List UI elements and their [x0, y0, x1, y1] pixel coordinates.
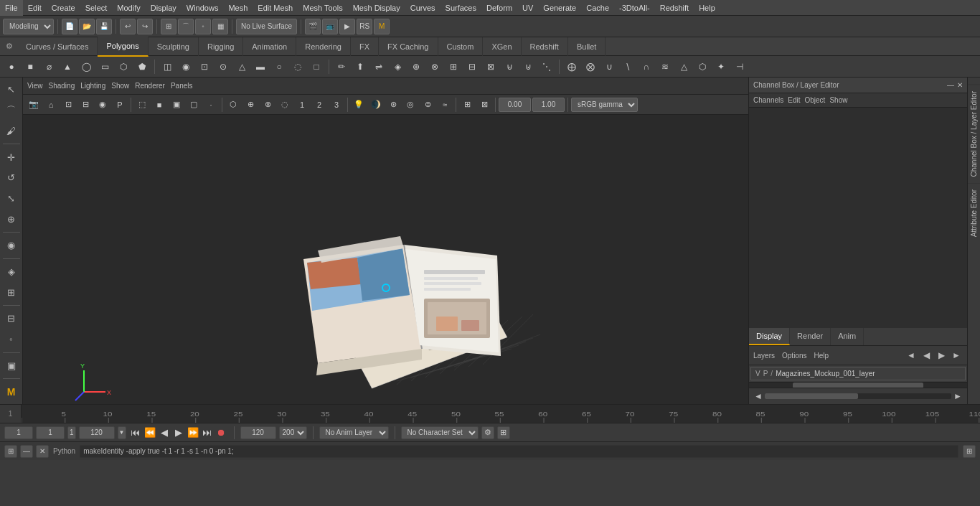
- universal-manip[interactable]: ⊕: [2, 210, 21, 228]
- jump-start-btn[interactable]: ⏮: [129, 426, 142, 440]
- layer-prev2-btn[interactable]: ◀: [920, 349, 933, 362]
- step-fwd-btn[interactable]: ⏩: [187, 426, 199, 440]
- current-frame-input[interactable]: [36, 426, 65, 439]
- maya-logo[interactable]: M: [2, 383, 21, 401]
- cube-icon-btn[interactable]: ■: [22, 58, 39, 75]
- snap-grid[interactable]: ⊟: [2, 309, 21, 328]
- redshift-button[interactable]: RS: [357, 19, 372, 34]
- panel-minimize-btn[interactable]: —: [947, 81, 954, 89]
- separate-btn[interactable]: ⨂: [582, 58, 599, 75]
- anim-layer-select[interactable]: No Anim Layer: [319, 426, 389, 439]
- motion-blur-toggle[interactable]: ≈: [437, 97, 453, 113]
- viewport-panels-menu[interactable]: Panels: [171, 82, 193, 90]
- tab-animation[interactable]: Animation: [243, 37, 296, 56]
- subdiv-icon-btn[interactable]: ◫: [159, 58, 176, 75]
- viewport-view-menu[interactable]: View: [27, 82, 43, 90]
- step-back-btn[interactable]: ⏪: [143, 426, 156, 440]
- xray-btn[interactable]: ⊕: [242, 97, 258, 113]
- menu-3dtoall[interactable]: -3DtoAll-: [614, 0, 655, 16]
- menu-file[interactable]: File: [0, 0, 23, 16]
- fit-all[interactable]: ⊡: [60, 97, 76, 113]
- append-btn[interactable]: ⊌: [501, 58, 518, 75]
- nurbs-sphere-btn[interactable]: ◉: [177, 58, 194, 75]
- cleanup-btn[interactable]: ✦: [712, 58, 730, 75]
- bottom-window-btn[interactable]: ⊞: [4, 445, 17, 458]
- manip-size[interactable]: ⊞: [2, 283, 21, 301]
- snap-curve-button[interactable]: ⌒: [178, 19, 194, 34]
- wireframe-btn[interactable]: ⬚: [134, 97, 150, 113]
- redo-button[interactable]: ↪: [137, 19, 153, 34]
- undo-button[interactable]: ↩: [120, 19, 136, 34]
- scale-tool[interactable]: ⤡: [2, 189, 21, 208]
- layer-row[interactable]: V P / Magazines_Mockup_001_layer: [750, 367, 966, 380]
- tab-curves-surfaces[interactable]: Curves / Surfaces: [17, 37, 98, 56]
- ao-toggle[interactable]: ⊛: [385, 97, 401, 113]
- layer-next2-btn[interactable]: ▶: [935, 349, 948, 362]
- workspace-selector[interactable]: Modeling: [3, 19, 54, 34]
- connect-btn[interactable]: ⊠: [482, 58, 499, 75]
- extrude-btn[interactable]: ⬆: [352, 58, 369, 75]
- play-back-btn[interactable]: ◀: [158, 426, 171, 440]
- gamma-select[interactable]: sRGB gamma: [571, 98, 638, 112]
- bool-union-btn[interactable]: ∪: [600, 58, 618, 75]
- shadows-toggle[interactable]: 🌒: [368, 97, 384, 113]
- res-low[interactable]: 1: [294, 97, 310, 113]
- menu-surfaces[interactable]: Surfaces: [440, 0, 481, 16]
- h-scrollbar[interactable]: [765, 393, 951, 399]
- tab-fx[interactable]: FX: [351, 37, 379, 56]
- offset-btn[interactable]: ⊟: [463, 58, 481, 75]
- scroll-right-btn[interactable]: ►: [951, 390, 964, 403]
- menu-select[interactable]: Select: [80, 0, 113, 16]
- menu-edit-mesh[interactable]: Edit Mesh: [253, 0, 298, 16]
- smooth-shade-btn[interactable]: ■: [151, 97, 167, 113]
- new-scene-button[interactable]: 📄: [62, 19, 77, 34]
- tabs-gear-icon[interactable]: ⚙: [1, 39, 17, 55]
- menu-mesh[interactable]: Mesh: [223, 0, 253, 16]
- persp-toggle[interactable]: P: [112, 97, 128, 113]
- hud-toggle[interactable]: ⊠: [476, 97, 492, 113]
- collapse-btn[interactable]: ⋱: [538, 58, 555, 75]
- snap-point-button[interactable]: ◦: [195, 19, 211, 34]
- anim-tab[interactable]: Anim: [831, 328, 864, 345]
- cam-select[interactable]: 📷: [26, 97, 42, 113]
- show-manips[interactable]: ◈: [2, 263, 21, 281]
- tab-xgen[interactable]: XGen: [483, 37, 521, 56]
- tab-bullet[interactable]: Bullet: [568, 37, 606, 56]
- frame-sel[interactable]: ⊟: [77, 97, 93, 113]
- menu-edit[interactable]: Edit: [23, 0, 47, 16]
- select-tool[interactable]: ↖: [2, 80, 21, 99]
- bool-inter-btn[interactable]: ∩: [638, 58, 655, 75]
- pen-tool-btn[interactable]: ✏: [333, 58, 350, 75]
- menu-create[interactable]: Create: [47, 0, 80, 16]
- menu-windows[interactable]: Windows: [182, 0, 224, 16]
- bottom-min-btn[interactable]: —: [20, 445, 33, 458]
- snap-surface-button[interactable]: ▦: [212, 19, 228, 34]
- end-frame-input[interactable]: [79, 426, 115, 439]
- menu-uv[interactable]: UV: [517, 0, 538, 16]
- channel-box-tab[interactable]: Channel Box / Layer Editor: [968, 85, 980, 183]
- ssao-toggle[interactable]: ◎: [402, 97, 418, 113]
- python-command-input[interactable]: [80, 445, 958, 458]
- render-region[interactable]: ▣: [2, 357, 21, 375]
- cylinder-icon-btn[interactable]: ⌀: [40, 58, 57, 75]
- tab-rigging[interactable]: Rigging: [199, 37, 243, 56]
- menu-curves[interactable]: Curves: [405, 0, 440, 16]
- playback-start-input[interactable]: [240, 426, 276, 439]
- maya-button[interactable]: M: [374, 19, 390, 34]
- menu-cache[interactable]: Cache: [581, 0, 614, 16]
- viewport-content[interactable]: headline Magazine: [23, 115, 748, 404]
- bottom-close-btn[interactable]: ✕: [36, 445, 49, 458]
- options-menu-item[interactable]: Options: [782, 352, 806, 360]
- scroll-left-btn[interactable]: ◄: [752, 390, 765, 403]
- move-tool[interactable]: ✛: [2, 148, 21, 167]
- quad-btn[interactable]: ⬡: [694, 58, 711, 75]
- dof-toggle[interactable]: ⊜: [420, 97, 435, 113]
- right-panel-scrollbar-h[interactable]: [749, 382, 967, 388]
- layers-menu-item[interactable]: Layers: [753, 352, 775, 360]
- char-set-settings[interactable]: ⚙: [481, 426, 494, 439]
- nurbs-torus-btn[interactable]: ○: [270, 58, 288, 75]
- help-menu-item[interactable]: Help: [814, 352, 829, 360]
- panel-close-btn[interactable]: ✕: [957, 81, 963, 89]
- layer-prev-btn[interactable]: ◄: [905, 349, 918, 362]
- channel-channels-tab[interactable]: Channels: [753, 96, 783, 104]
